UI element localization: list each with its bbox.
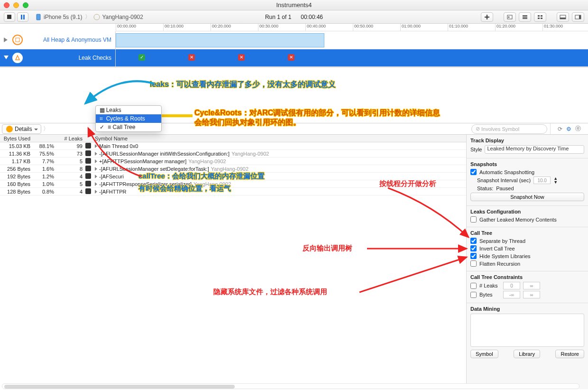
inspector-sidebar: Track Display Style Leaked Memory by Dis…: [467, 135, 588, 389]
leaks-max-input[interactable]: [523, 282, 540, 289]
strategy-button-1[interactable]: [504, 12, 516, 22]
leaks-config-heading: Leaks Configuration: [470, 209, 584, 214]
invert-calltree-checkbox[interactable]: [470, 245, 477, 251]
disclosure-icon[interactable]: [95, 152, 97, 156]
traffic-lights: [4, 2, 28, 8]
view-detail-button[interactable]: [557, 12, 569, 22]
details-button[interactable]: Details: [2, 124, 41, 134]
menu-item-leaks[interactable]: ▦Leaks: [96, 106, 161, 114]
track-area: 00:00.000 00:10.000 00:20.000 00:30.000 …: [0, 24, 588, 67]
track-display-heading: Track Display: [470, 138, 584, 143]
disclosure-icon[interactable]: [95, 182, 97, 186]
constraint-leaks-checkbox[interactable]: [470, 283, 477, 289]
target-path[interactable]: iPhone 5s (9.1) 〉 YangHang-0902: [33, 13, 145, 21]
zoom-icon[interactable]: [23, 2, 28, 8]
data-mining-box: [470, 314, 584, 347]
leak-mark-bad[interactable]: ✕: [188, 54, 195, 61]
thread-icon: [85, 181, 91, 186]
strategy-button-3[interactable]: [534, 12, 546, 22]
library-button[interactable]: Library: [514, 350, 540, 358]
list-icon: ≡: [108, 124, 111, 130]
thread-icon: [85, 188, 91, 194]
gather-contents-checkbox[interactable]: [470, 216, 477, 223]
hide-system-checkbox[interactable]: [470, 253, 477, 259]
thread-icon: [85, 166, 91, 171]
svg-rect-10: [538, 15, 540, 17]
constraints-heading: Call Tree Constraints: [470, 274, 584, 280]
leaks-min-input[interactable]: [503, 282, 520, 289]
table-row[interactable]: 11.36 KB75.5%73-[AFURLSessionManager ini…: [0, 150, 466, 158]
symbol-search[interactable]: ⊘ Involves Symbol: [471, 124, 547, 134]
svg-point-4: [94, 14, 100, 20]
process-icon: [93, 14, 100, 20]
leak-mark-ok[interactable]: ✓: [138, 54, 145, 61]
auto-snapshot-checkbox[interactable]: [470, 169, 477, 175]
allocation-graph: [116, 33, 324, 47]
menu-item-calltree[interactable]: ✓ ≡ Call Tree: [96, 123, 161, 131]
flatten-recursion-checkbox[interactable]: [470, 260, 477, 267]
disclosure-icon[interactable]: [4, 55, 9, 61]
svg-rect-13: [541, 18, 542, 19]
table-row[interactable]: 128 Bytes0.8%4-[AFHTTPR: [0, 188, 466, 195]
disclosure-icon[interactable]: [95, 159, 97, 163]
svg-rect-17: [579, 15, 581, 19]
record-button[interactable]: [4, 12, 15, 22]
leaks-track[interactable]: Leak Checks ✓ ✕ ✕ ✕: [0, 49, 588, 67]
extended-icon[interactable]: ⓔ: [575, 125, 581, 133]
disclosure-icon[interactable]: [95, 190, 97, 194]
restore-button[interactable]: Restore: [555, 350, 584, 358]
table-row[interactable]: 1.17 KB7.7%5+[AFHTTPSessionManager manag…: [0, 158, 466, 165]
settings-gear-icon[interactable]: ⚙: [566, 126, 571, 132]
constraint-bytes-checkbox[interactable]: [470, 292, 477, 298]
check-icon: ✓: [100, 124, 106, 130]
stepper-icon[interactable]: ▲▼: [553, 176, 558, 184]
snapshot-now-button[interactable]: Snapshot Now: [470, 193, 584, 201]
svg-rect-15: [560, 18, 566, 19]
col-leaks[interactable]: # Leaks: [57, 136, 85, 141]
leak-mark-bad[interactable]: ✕: [238, 54, 245, 61]
main-split: Bytes Used # Leaks Symbol Name 15.03 KB8…: [0, 135, 588, 389]
search-icon: ⊘: [476, 126, 480, 132]
minimize-icon[interactable]: [13, 2, 19, 8]
svg-rect-12: [538, 18, 540, 19]
disclosure-icon[interactable]: [4, 37, 9, 43]
svg-point-6: [508, 16, 510, 18]
col-symbol[interactable]: Symbol Name: [93, 136, 466, 141]
call-tree-table[interactable]: Bytes Used # Leaks Symbol Name 15.03 KB8…: [0, 135, 467, 389]
svg-rect-0: [7, 15, 11, 19]
table-row[interactable]: 15.03 KB88.1%99Main Thread 0x0: [0, 142, 466, 150]
recent-icon[interactable]: ⟳: [558, 126, 562, 132]
close-icon[interactable]: [4, 2, 9, 8]
table-row[interactable]: 256 Bytes1.6%8-[AFURLSessionManager setD…: [0, 165, 466, 173]
leak-mark-bad[interactable]: ✕: [288, 54, 294, 61]
separate-by-thread-checkbox[interactable]: [470, 238, 477, 244]
snapshot-interval-input[interactable]: [533, 176, 551, 184]
disclosure-icon[interactable]: [95, 144, 97, 148]
time-ruler[interactable]: 00:00.000 00:10.000 00:20.000 00:30.000 …: [116, 24, 588, 31]
annotation-region: [0, 67, 588, 123]
svg-rect-7: [523, 15, 527, 16]
menu-item-cycles[interactable]: ⌗Cycles & Roots: [96, 114, 161, 123]
style-select[interactable]: Leaked Memory by Discovery Time: [485, 145, 584, 154]
bytes-min-input[interactable]: [503, 291, 520, 298]
table-row[interactable]: 192 Bytes1.2%4-[AFSecuri: [0, 173, 466, 180]
allocations-track[interactable]: All Heap & Anonymous VM: [0, 31, 588, 49]
symbol-button[interactable]: Symbol: [470, 350, 498, 358]
disclosure-icon[interactable]: [95, 167, 97, 171]
col-bytes[interactable]: Bytes Used: [0, 136, 33, 141]
bytes-max-input[interactable]: [523, 291, 540, 298]
track-label: Leak Checks: [28, 55, 111, 61]
add-instrument-button[interactable]: [481, 12, 493, 22]
disclosure-icon[interactable]: [95, 175, 97, 178]
horizontal-scrollbar[interactable]: [2, 383, 579, 389]
table-row[interactable]: 160 Bytes1.0%5-[AFHTTPResponseSerializer…: [0, 180, 466, 188]
svg-rect-2: [23, 15, 25, 19]
details-icon: [6, 126, 13, 132]
thread-icon: [85, 158, 91, 164]
thread-icon: [85, 150, 91, 156]
view-inspector-button[interactable]: [572, 12, 584, 22]
thread-icon: [85, 143, 91, 149]
svg-rect-11: [541, 15, 542, 17]
pause-button[interactable]: [17, 12, 28, 22]
strategy-button-2[interactable]: [519, 12, 531, 22]
